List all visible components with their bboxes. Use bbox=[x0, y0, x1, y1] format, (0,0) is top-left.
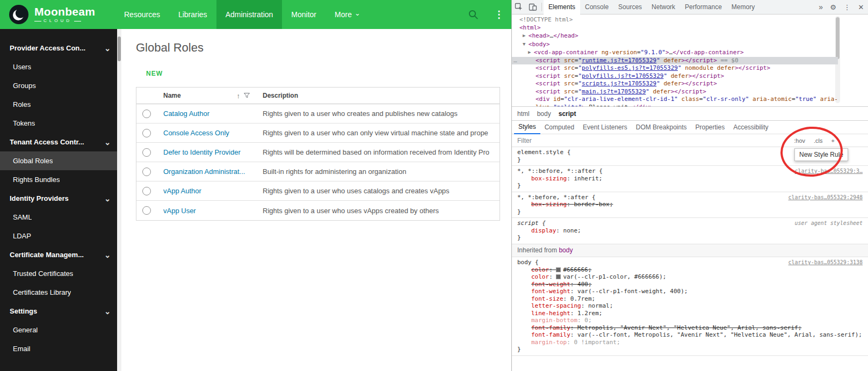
sidebar-item-ldap[interactable]: LDAP bbox=[0, 227, 117, 245]
dom-tree-line[interactable]: live="polite"> Please wait </div> bbox=[512, 104, 838, 107]
devtools-tab-sources[interactable]: Sources bbox=[613, 0, 647, 14]
dom-tree-line[interactable]: ▼ <body> bbox=[512, 40, 838, 49]
more-tabs-icon[interactable]: » bbox=[815, 3, 826, 11]
color-swatch[interactable] bbox=[556, 267, 561, 272]
role-name-link[interactable]: Defer to Identity Provider bbox=[163, 148, 241, 156]
css-property[interactable]: line-height: 1.2rem; bbox=[517, 310, 863, 317]
css-selector[interactable]: element.style { bbox=[517, 149, 570, 156]
devtools-kebab-icon[interactable]: ⋮ bbox=[840, 0, 854, 14]
nav-item-more[interactable]: More⌄ bbox=[326, 0, 370, 29]
sidebar-item-users[interactable]: Users bbox=[0, 57, 117, 76]
search-icon[interactable] bbox=[467, 9, 479, 20]
sidebar-item-tokens[interactable]: Tokens bbox=[0, 114, 117, 133]
css-property[interactable]: font-weight: 400; bbox=[517, 281, 863, 288]
dom-tree-line[interactable]: <script src="polyfills-es5.js?t=17055329… bbox=[512, 64, 838, 72]
role-name-link[interactable]: Console Access Only bbox=[163, 129, 229, 137]
sidebar-item-email[interactable]: Email bbox=[0, 339, 117, 358]
css-selector[interactable]: script { bbox=[517, 220, 546, 227]
css-property[interactable]: letter-spacing: normal; bbox=[517, 302, 863, 310]
dom-tree-line[interactable]: ▶ <head>…</head> bbox=[512, 32, 838, 40]
row-radio-button[interactable] bbox=[142, 110, 151, 118]
styles-tab-computed[interactable]: Computed bbox=[540, 121, 578, 134]
styles-filter-input[interactable]: Filter bbox=[517, 137, 532, 144]
sidebar-item-rights-bundles[interactable]: Rights Bundles bbox=[0, 170, 117, 189]
dom-tree-line[interactable]: <script src="scripts.js?t=17055329" defe… bbox=[512, 80, 838, 88]
styles-tab-accessibility[interactable]: Accessibility bbox=[729, 121, 772, 134]
dom-tree-line[interactable]: <script src="main.js?t=17055329" defer><… bbox=[512, 88, 838, 96]
devtools-tab-elements[interactable]: Elements bbox=[544, 0, 580, 14]
sidebar-item-saml[interactable]: SAML bbox=[0, 208, 117, 227]
sidebar-scrollbar-thumb[interactable] bbox=[118, 37, 121, 61]
styles-tab-properties[interactable]: Properties bbox=[691, 121, 729, 134]
css-property[interactable]: font-family: var(--clr-font, Metropolis,… bbox=[517, 331, 863, 339]
sidebar-item-provider-access-con[interactable]: Provider Access Con...⌄ bbox=[0, 39, 117, 57]
sidebar-item-global-roles[interactable]: Global Roles bbox=[0, 151, 117, 170]
breadcrumb-body[interactable]: body bbox=[537, 110, 551, 118]
breadcrumb-script[interactable]: script bbox=[559, 110, 576, 118]
css-property[interactable]: color: var(--clr-p1-color, #666666); bbox=[517, 273, 863, 281]
filter-icon[interactable] bbox=[244, 93, 250, 98]
sort-ascending-icon[interactable]: ↑ bbox=[237, 92, 241, 100]
styles-tab-event-listeners[interactable]: Event Listeners bbox=[578, 121, 632, 134]
row-radio-button[interactable] bbox=[142, 129, 151, 137]
css-selector[interactable]: body { bbox=[517, 259, 539, 266]
sidebar-item-settings[interactable]: Settings⌄ bbox=[0, 302, 117, 321]
css-property[interactable]: font-weight: var(--clr-p1-font-weight, 4… bbox=[517, 288, 863, 295]
toggle-element-state-button[interactable]: :hov bbox=[794, 137, 805, 144]
sidebar-item-certificate-managem[interactable]: Certificate Managem...⌄ bbox=[0, 245, 117, 264]
css-property[interactable]: margin-bottom: 0; bbox=[517, 317, 863, 324]
dom-tree-line[interactable]: <html> bbox=[512, 24, 838, 32]
nav-item-libraries[interactable]: Libraries bbox=[169, 0, 216, 29]
css-property[interactable]: display: none; bbox=[517, 227, 863, 235]
css-property[interactable]: box-sizing: inherit; bbox=[517, 175, 863, 183]
css-property[interactable]: margin-top: 0 !important; bbox=[517, 339, 863, 346]
dom-tree-line[interactable]: ▶ <vcd-app-container ng-version="9.1.0">… bbox=[512, 48, 838, 57]
inspect-element-icon[interactable] bbox=[512, 0, 526, 14]
row-radio-button[interactable] bbox=[142, 148, 151, 157]
devtools-tab-performance[interactable]: Performance bbox=[680, 0, 727, 14]
devtools-close-icon[interactable]: ✕ bbox=[854, 0, 868, 14]
css-property[interactable]: box-sizing: border-box; bbox=[517, 201, 863, 208]
row-radio-button[interactable] bbox=[142, 187, 151, 195]
styles-tab-styles[interactable]: Styles bbox=[514, 121, 540, 134]
sidebar-item-trusted-certificates[interactable]: Trusted Certificates bbox=[0, 264, 117, 283]
dom-tree-line[interactable]: <!DOCTYPE html> bbox=[512, 16, 838, 24]
new-style-rule-button[interactable]: + bbox=[831, 137, 835, 144]
styles-tab-dom-breakpoints[interactable]: DOM Breakpoints bbox=[632, 121, 691, 134]
description-column-header[interactable]: Description bbox=[256, 92, 500, 99]
settings-gear-icon[interactable]: ⚙ bbox=[826, 0, 840, 14]
css-property[interactable]: font-size: 0.7rem; bbox=[517, 295, 863, 303]
role-name-link[interactable]: Organization Administrat... bbox=[163, 168, 245, 176]
nav-item-resources[interactable]: Resources bbox=[115, 0, 169, 29]
nav-item-monitor[interactable]: Monitor bbox=[282, 0, 326, 29]
nav-item-administration[interactable]: Administration bbox=[216, 0, 283, 29]
inherited-node-link[interactable]: body bbox=[559, 246, 573, 254]
stylesheet-link[interactable]: clarity-bas…055329:3138 bbox=[789, 259, 863, 266]
overflow-menu-icon[interactable]: ⋮ bbox=[494, 10, 504, 19]
sidebar-item-tenant-access-contr[interactable]: Tenant Access Contr...⌄ bbox=[0, 133, 117, 151]
sidebar-scrollbar[interactable] bbox=[117, 29, 121, 371]
css-property[interactable]: font-family: Metropolis, "Avenir Next", … bbox=[517, 324, 863, 332]
devtools-tab-console[interactable]: Console bbox=[580, 0, 613, 14]
new-button[interactable]: NEW bbox=[146, 70, 163, 77]
dom-tree-line[interactable]: …<script src="runtime.js?t=17055329" def… bbox=[512, 57, 838, 65]
toggle-classes-button[interactable]: .cls bbox=[814, 137, 823, 144]
brand-logo[interactable]: Moonbeam CLOUD bbox=[0, 4, 115, 25]
css-property[interactable]: color: #666666; bbox=[517, 266, 863, 274]
breadcrumb-html[interactable]: html bbox=[517, 110, 530, 118]
css-selector[interactable]: *, *:before, *:after { bbox=[517, 194, 596, 201]
sidebar-item-roles[interactable]: Roles bbox=[0, 95, 117, 114]
role-name-link[interactable]: vApp User bbox=[163, 207, 196, 215]
sidebar-item-identity-providers[interactable]: Identity Providers⌄ bbox=[0, 189, 117, 208]
device-toolbar-icon[interactable] bbox=[526, 0, 540, 14]
name-column-header[interactable]: Name ↑ bbox=[157, 92, 256, 100]
role-name-link[interactable]: Catalog Author bbox=[163, 110, 209, 118]
dom-tree-line[interactable]: <div id="clr-aria-live-element-clr-id-1"… bbox=[512, 96, 838, 104]
stylesheet-link[interactable]: clarity-bas…055329:3… bbox=[795, 168, 863, 175]
sidebar-item-certificates-library[interactable]: Certificates Library bbox=[0, 283, 117, 302]
sidebar-item-groups[interactable]: Groups bbox=[0, 76, 117, 95]
color-swatch[interactable] bbox=[556, 274, 561, 279]
row-radio-button[interactable] bbox=[142, 168, 151, 176]
devtools-tab-network[interactable]: Network bbox=[647, 0, 680, 14]
sidebar-item-general[interactable]: General bbox=[0, 321, 117, 339]
